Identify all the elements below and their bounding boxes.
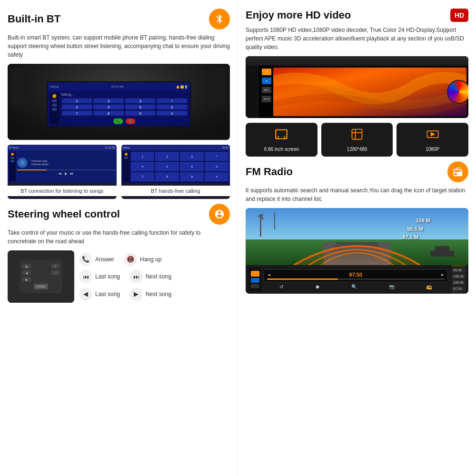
head-unit-screen: Talking 04:51 AM 🔔 📶 🔋 Talking... xyxy=(47,81,191,127)
vol-down-item: ◀ Last song xyxy=(79,288,120,301)
bt-small-screens-container: BT Music 12:42 AM xyxy=(8,145,230,199)
steering-title: Steering wheel control xyxy=(8,208,120,220)
fm-section: FM Radio It supports automatic search an… xyxy=(246,161,468,294)
calling-mini: Talking 00:05 1 2 3 * 4 xyxy=(121,145,230,183)
next-btn: ⏭ xyxy=(70,172,73,176)
reject-call-btn: 📵 xyxy=(126,119,135,124)
fm-main-content: ◄ 87.50 ► ↺ ⏺ 🔍 📷 📻 xyxy=(262,269,450,289)
music-dot xyxy=(11,153,14,156)
bt-music-card: BT Music 12:42 AM xyxy=(8,145,117,199)
music-top-bar: BT Music 12:42 AM xyxy=(8,145,117,150)
fm-main-freq-display: 87.50 xyxy=(349,272,363,278)
sidebar-btn xyxy=(52,99,57,102)
fm-title: FM Radio xyxy=(246,166,293,178)
call-duration: 00:05 xyxy=(222,146,228,149)
call-label: Talking xyxy=(123,146,130,149)
cn-0: 0 xyxy=(205,162,228,171)
turbine2-mast xyxy=(274,213,275,229)
freq-108: 108 M xyxy=(416,218,430,223)
cn-7: 7 xyxy=(131,172,155,181)
feature-resolution: 1280*480 xyxy=(321,123,393,157)
hd-title: Enjoy more HD video xyxy=(246,9,351,21)
steering-description: Take control of your music or use the ha… xyxy=(8,228,230,246)
music-menu xyxy=(10,157,14,159)
fm-left-panel xyxy=(248,268,262,291)
call-action-buttons: 📞 📵 xyxy=(61,119,188,124)
fm-icon-1: ↺ xyxy=(279,284,283,289)
music-content: Unknown song Unknown album ⏮ ▶ ⏭ xyxy=(17,152,115,181)
bt-calling-label: BT hands-free calling xyxy=(121,186,230,196)
cn-3: 3 xyxy=(180,152,204,161)
fm-icon-2: ⏺ xyxy=(315,284,320,289)
music-info-row: Unknown song Unknown album xyxy=(17,158,115,168)
playback-controls: ⏮ ▶ ⏭ xyxy=(17,172,115,176)
prev-song-icon: ⏮ xyxy=(79,270,92,283)
sw-btn-rt: ► xyxy=(22,277,31,282)
vol-up-icon: ▶ xyxy=(129,288,143,301)
sw-container: ▲ ◄ ► + − MODE xyxy=(20,260,62,293)
cn-4: 4 xyxy=(131,162,155,171)
steering-content: ▲ ◄ ► + − MODE xyxy=(8,250,230,303)
fm-ch-5: 87.50 xyxy=(452,286,466,291)
next-song-icon: ⏭ xyxy=(129,270,143,283)
fm-icon-4: 📷 xyxy=(389,284,395,289)
fm-icon xyxy=(447,161,468,182)
key-4: 4 xyxy=(62,105,92,109)
vol-down-label: Last song xyxy=(95,291,120,298)
car-roof xyxy=(246,56,468,66)
color-wheel xyxy=(447,80,468,104)
fm-ch-6: 90.00 xyxy=(452,292,466,294)
key-2: 2 xyxy=(93,99,124,103)
hd-main-screen: TF ● MIC AUX xyxy=(246,56,468,118)
fm-next-btn: ► xyxy=(441,273,445,277)
bt-calling-screen: Talking 00:05 1 2 3 * 4 xyxy=(121,145,230,183)
numpad-grid: 1 2 3 * 4 5 6 0 7 8 9 # xyxy=(61,98,188,117)
hd-screen-container: TF ● MIC AUX xyxy=(246,56,468,118)
calling-label: Talking... xyxy=(61,93,188,96)
play-btn: ▶ xyxy=(65,172,67,176)
fm-section-header: FM Radio xyxy=(246,161,468,182)
album-name: Unknown album xyxy=(31,163,49,166)
svg-marker-3 xyxy=(431,133,434,136)
key-0: 0 xyxy=(157,105,188,109)
hd-aux-btn: AUX xyxy=(262,96,271,102)
screen-body: Talking... 1 2 3 * 4 5 6 0 7 xyxy=(48,91,190,126)
sidebar-btn-3 xyxy=(52,108,57,111)
svg-rect-1 xyxy=(352,129,362,139)
sw-right-btns: + − xyxy=(51,264,60,275)
music-menu-2 xyxy=(10,160,14,162)
call-top-bar: Talking 00:05 xyxy=(121,145,230,150)
music-mini: BT Music 12:42 AM xyxy=(8,145,117,183)
left-panel: Built-in BT Built-in smart BT system, ca… xyxy=(0,0,238,476)
fm-tuner: ◄ 87.50 ► xyxy=(264,269,448,282)
answer-label: Answer xyxy=(95,256,114,263)
music-body: Unknown song Unknown album ⏮ ▶ ⏭ xyxy=(8,150,117,183)
key-hash: # xyxy=(157,111,188,116)
hd-tf-btn: TF xyxy=(262,69,271,75)
fm-btn-1 xyxy=(251,271,259,277)
fm-description: It supports automatic search and manual … xyxy=(246,186,468,203)
album-art xyxy=(17,158,28,168)
swirl-background xyxy=(273,68,466,116)
feature-1080p: 1080P xyxy=(397,123,468,157)
cn-s: * xyxy=(205,152,228,161)
sw-mode-btn: MODE xyxy=(34,284,48,289)
cn-5: 5 xyxy=(155,162,179,171)
prev-btn: ⏮ xyxy=(59,172,62,176)
prev-song-item: ⏮ Last song xyxy=(79,270,120,283)
steering-controls-list: 📞 Answer 📵 Hang up ⏮ Last song ⏭ xyxy=(79,250,230,303)
screen-status: Talking xyxy=(50,85,59,88)
feature-screen-size: 6.86 inch screen xyxy=(246,123,317,157)
prev-song-label: Last song xyxy=(95,273,120,280)
play-1080p-icon xyxy=(426,128,439,144)
hd-feature-cards: 6.86 inch screen 1280*480 1080P xyxy=(246,123,468,157)
freq-87: 87.5 M xyxy=(402,234,418,240)
screen-icons: 🔔 📶 🔋 xyxy=(176,85,188,88)
key-5: 5 xyxy=(93,105,124,109)
cn-6: 6 xyxy=(180,162,204,171)
fm-device-screen: ◄ 87.50 ► ↺ ⏺ 🔍 📷 📻 xyxy=(246,265,468,294)
fm-arcs-svg xyxy=(246,208,468,265)
hd-blue-btn: ● xyxy=(262,78,271,84)
screen-main-area: Talking... 1 2 3 * 4 5 6 0 7 xyxy=(61,93,188,124)
fm-ch-2: 90.00 xyxy=(452,268,466,273)
